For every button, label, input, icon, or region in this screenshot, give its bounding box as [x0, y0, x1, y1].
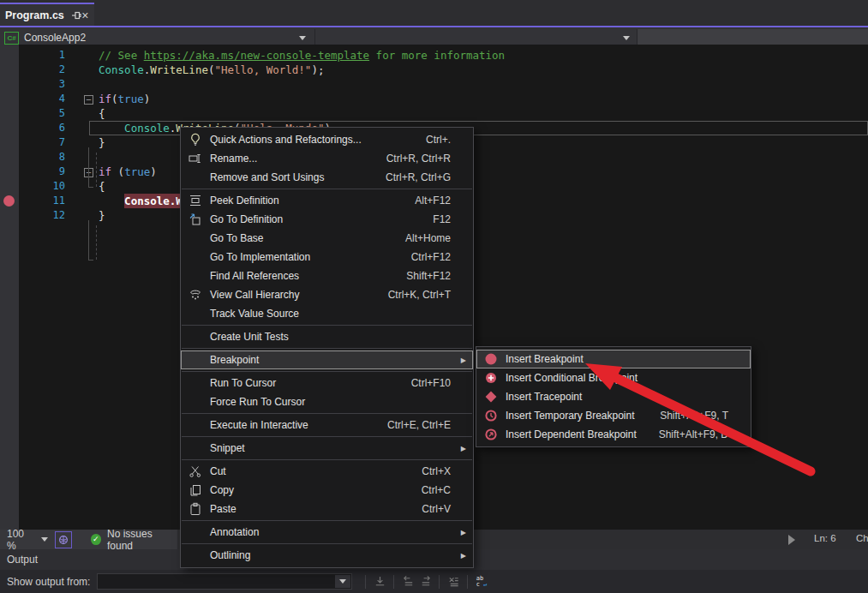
indent-guide: [96, 225, 98, 260]
menu-item-create-unit-tests[interactable]: Create Unit Tests: [181, 327, 473, 346]
pin-icon[interactable]: [71, 9, 81, 22]
line-number: 11: [0, 194, 65, 208]
menu-item-view-call-hierarchy[interactable]: View Call HierarchyCtrl+K, Ctrl+T: [181, 285, 473, 304]
close-icon[interactable]: ×: [81, 9, 89, 22]
show-output-from-label: Show output from:: [7, 576, 93, 588]
menu-item-insert-tracepoint[interactable]: Insert Tracepoint: [476, 387, 751, 406]
menu-separator: [182, 459, 472, 460]
fold-column: –: [65, 165, 99, 179]
output-panel-title: Output: [7, 554, 38, 566]
menu-item-shortcut: Alt+Home: [405, 232, 451, 244]
line-number: 9: [0, 165, 65, 179]
menu-item-label: Force Run To Cursor: [210, 396, 435, 408]
menu-item-shortcut: Ctrl+.: [426, 134, 451, 146]
menu-item-run-to-cursor[interactable]: Run To CursorCtrl+F10: [181, 374, 473, 392]
menu-item-label: Peek Definition: [210, 195, 399, 207]
fold-column: [65, 194, 99, 208]
fold-column: –: [65, 92, 99, 106]
issues-status[interactable]: No issues found: [107, 528, 177, 552]
menu-item-breakpoint[interactable]: Breakpoint▶: [181, 350, 473, 369]
type-dropdown[interactable]: [316, 29, 638, 46]
tab-program-cs[interactable]: Program.cs ×: [0, 3, 94, 26]
member-dropdown[interactable]: [638, 29, 868, 46]
menu-item-shortcut: Shift+Alt+F9, T: [660, 410, 728, 422]
zoom-level[interactable]: 100 %: [7, 528, 34, 552]
menu-item-track-value-source[interactable]: Track Value Source: [181, 304, 473, 323]
code-text: // See https://aka.ms/new-console-templa…: [99, 48, 868, 63]
code-line-4[interactable]: 4–if(true): [0, 92, 868, 106]
toolbar-separator: [365, 575, 366, 589]
indent-guide: [96, 153, 98, 187]
code-line-5[interactable]: 5{: [0, 106, 868, 121]
menu-item-label: Insert Breakpoint: [506, 353, 713, 365]
fold-column: [65, 48, 99, 63]
chevron-down-icon: [339, 579, 346, 584]
menu-item-go-to-base[interactable]: Go To BaseAlt+Home: [181, 229, 473, 248]
menu-item-execute-in-interactive[interactable]: Execute in InteractiveCtrl+E, Ctrl+E: [181, 416, 473, 434]
copy-icon: [181, 483, 210, 497]
code-suggestions-icon[interactable]: [55, 531, 71, 548]
code-line-2[interactable]: 2Console.WriteLine("Hello, World!");: [0, 63, 868, 77]
menu-item-label: Copy: [210, 484, 406, 496]
csharp-project-icon: C#: [4, 32, 19, 45]
breakpoint-icon: [476, 352, 506, 366]
menu-item-go-to-definition[interactable]: Go To DefinitionF12: [181, 210, 473, 229]
toolbar-separator: [467, 575, 468, 589]
fold-column: [65, 208, 99, 223]
project-dropdown[interactable]: C# ConsoleApp2: [0, 29, 315, 46]
chevron-down-icon: [623, 36, 630, 40]
menu-item-shortcut: F12: [433, 213, 451, 225]
menu-separator: [182, 520, 472, 521]
menu-item-label: Outlining: [210, 549, 435, 561]
code-line-3[interactable]: 3: [0, 77, 868, 92]
menu-item-shortcut: Ctrl+R, Ctrl+G: [386, 171, 451, 183]
chevron-down-icon[interactable]: [41, 537, 48, 542]
scroll-right-arrow-icon[interactable]: [788, 535, 795, 545]
fold-column: [65, 63, 99, 77]
output-source-dropdown[interactable]: [97, 573, 352, 590]
menu-item-copy[interactable]: CopyCtrl+C: [181, 481, 473, 500]
menu-item-peek-definition[interactable]: Peek DefinitionAlt+F12: [181, 191, 473, 210]
menu-item-shortcut: Ctrl+C: [422, 484, 451, 496]
menu-item-label: Quick Actions and Refactorings...: [210, 134, 410, 146]
menu-item-insert-temporary-breakpoint[interactable]: Insert Temporary BreakpointShift+Alt+F9,…: [476, 406, 751, 425]
menu-item-cut[interactable]: CutCtrl+X: [181, 462, 473, 481]
temporary-breakpoint-icon: [476, 409, 506, 422]
menu-item-shortcut: Shift+F12: [406, 270, 451, 282]
menu-item-insert-breakpoint[interactable]: Insert Breakpoint: [476, 350, 751, 368]
menu-item-go-to-implementation[interactable]: Go To ImplementationCtrl+F12: [181, 248, 473, 267]
code-text: if(true): [99, 92, 868, 106]
word-wrap-icon[interactable]: abc ↵: [473, 574, 490, 590]
menu-item-insert-conditional-breakpoint[interactable]: Insert Conditional Breakpoint: [476, 368, 751, 387]
menu-item-shortcut: Ctrl+X: [422, 465, 451, 477]
menu-item-annotation[interactable]: Annotation▶: [181, 523, 473, 542]
menu-item-insert-dependent-breakpoint[interactable]: Insert Dependent BreakpointShift+Alt+F9,…: [476, 425, 751, 444]
dropdown-button[interactable]: [335, 575, 350, 588]
menu-separator: [182, 371, 472, 372]
menu-item-force-run-to-cursor[interactable]: Force Run To Cursor: [181, 392, 473, 411]
call-hierarchy-icon: [181, 288, 210, 302]
menu-item-label: Track Value Source: [210, 308, 435, 320]
menu-item-snippet[interactable]: Snippet▶: [181, 439, 473, 458]
clear-all-icon[interactable]: [445, 574, 462, 590]
line-number: 2: [0, 63, 65, 77]
line-number: 3: [0, 77, 65, 92]
next-message-icon[interactable]: [416, 574, 434, 590]
menu-item-find-all-references[interactable]: Find All ReferencesShift+F12: [181, 267, 473, 285]
zoom-widget: 100 % ✓ No issues found: [0, 530, 177, 549]
menu-separator: [182, 436, 472, 437]
prev-message-icon[interactable]: [399, 574, 416, 590]
collapse-icon[interactable]: –: [84, 95, 93, 105]
menu-item-remove-and-sort-usings[interactable]: Remove and Sort UsingsCtrl+R, Ctrl+G: [181, 168, 473, 187]
line-number: 7: [0, 135, 65, 150]
char-indicator: Ch: [856, 533, 868, 543]
menu-item-paste[interactable]: PasteCtrl+V: [181, 500, 473, 518]
code-line-1[interactable]: 1// See https://aka.ms/new-console-templ…: [0, 48, 868, 63]
menu-item-quick-actions-and-refactorings[interactable]: Quick Actions and Refactorings...Ctrl+.: [181, 130, 473, 149]
autoscroll-icon[interactable]: [371, 574, 388, 590]
menu-item-shortcut: Alt+F12: [415, 195, 451, 207]
fold-guide: [88, 147, 93, 188]
menu-item-rename[interactable]: Rename...Ctrl+R, Ctrl+R: [181, 149, 473, 168]
menu-item-outlining[interactable]: Outlining▶: [181, 546, 473, 565]
fold-column: [65, 135, 99, 150]
